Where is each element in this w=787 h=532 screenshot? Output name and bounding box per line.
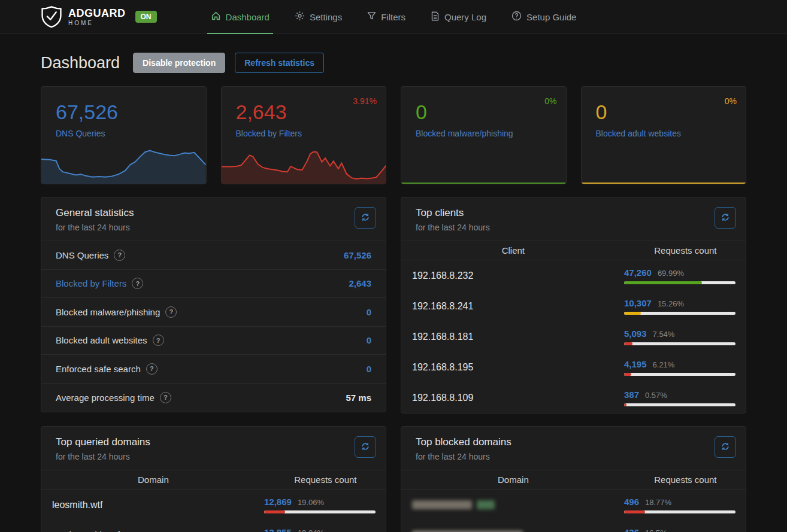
nav-label: Setup Guide [526, 12, 576, 22]
shield-check-icon [41, 5, 62, 28]
column-header[interactable]: Requests count [625, 475, 746, 485]
panel-subtitle: for the last 24 hours [416, 452, 731, 461]
help-tooltip-icon[interactable]: ? [153, 335, 164, 346]
help-tooltip-icon[interactable]: ? [165, 306, 177, 318]
help-tooltip-icon[interactable]: ? [160, 392, 171, 403]
general-statistics-panel: General statistics for the last 24 hours… [41, 197, 386, 412]
table-row[interactable]: 49618.77% [401, 490, 746, 520]
nav-item-setup-guide[interactable]: Setup Guide [503, 0, 585, 34]
card-label[interactable]: Blocked malware/phishing [416, 129, 552, 138]
row-name: 192.168.8.109 [412, 393, 624, 403]
row-name: leosmith.wtf [52, 500, 264, 510]
column-header[interactable]: Requests count [265, 475, 386, 485]
help-tooltip-icon[interactable]: ? [132, 278, 143, 289]
table-row[interactable]: 192.168.8.1093870.57% [401, 382, 746, 413]
stat-row-label: Blocked malware/phishing? [56, 306, 177, 318]
table-header-row: ClientRequests count [401, 241, 746, 260]
table-row[interactable]: 43616.5% [401, 520, 746, 532]
nav-item-dashboard[interactable]: Dashboard [202, 0, 278, 34]
card-label[interactable]: Blocked adult websites [596, 129, 732, 138]
row-name-text: 192.168.8.109 [412, 393, 473, 403]
protection-on-badge: ON [135, 11, 157, 23]
row-name: 192.168.8.241 [412, 301, 624, 312]
requests-count: 436 [624, 527, 639, 532]
top-blocked-domains-header: Top blocked domains for the last 24 hour… [401, 427, 746, 470]
requests-percent: 6.21% [653, 360, 675, 369]
refresh-panel-button[interactable] [715, 207, 736, 229]
refresh-icon [721, 442, 730, 453]
row-name: 192.168.8.195 [412, 362, 624, 373]
filter-icon [367, 11, 376, 22]
stat-row-label: Average processing time? [56, 392, 171, 403]
nav-item-query-log[interactable]: Query Log [422, 0, 495, 34]
row-metric: 12,85519.04% [264, 527, 376, 532]
requests-count: 4,195 [624, 359, 647, 369]
card-label[interactable]: DNS Queries [56, 129, 192, 138]
nav-label: Filters [381, 12, 405, 22]
requests-percent: 19.06% [298, 498, 324, 507]
row-metric: 5,0937.54% [624, 329, 735, 345]
table-row[interactable]: 192.168.8.1815,0937.54% [401, 321, 746, 352]
row-metric: 3870.57% [624, 390, 735, 406]
top-clients-panel: Top clients for the last 24 hours Client… [401, 197, 746, 414]
card-value: 0 [596, 101, 732, 123]
stat-row-label: Enforced safe search? [56, 363, 158, 375]
column-header[interactable]: Domain [401, 475, 625, 485]
requests-count: 47,260 [624, 267, 652, 278]
help-tooltip-icon[interactable]: ? [146, 363, 158, 375]
table-row[interactable]: xss.leosmith.wtf12,85519.04% [41, 520, 386, 532]
stat-row-label[interactable]: Blocked by Filters? [56, 278, 143, 289]
progress-bar [624, 281, 735, 284]
row-name-text: xss.leosmith.wtf [52, 530, 120, 532]
top-navigation-bar: ADGUARD HOME ON Dashboard Settings Filte… [0, 0, 787, 34]
panel-subtitle: for the last 24 hours [56, 223, 371, 232]
table-row[interactable]: 192.168.8.24110,30715.26% [401, 291, 746, 321]
disable-protection-button[interactable]: Disable protection [133, 53, 225, 73]
panel-title: Top blocked domains [416, 436, 731, 448]
document-icon [431, 11, 440, 23]
column-header[interactable]: Requests count [625, 245, 746, 256]
gear-icon [295, 11, 305, 23]
general-statistics-header: General statistics for the last 24 hours [41, 197, 386, 241]
card-sparkline-chart [41, 144, 206, 184]
stat-row-value: 2,643 [349, 278, 371, 288]
page-title: Dashboard [41, 54, 120, 72]
card-percent: 0% [544, 96, 556, 106]
stat-label-text: Average processing time [56, 393, 155, 403]
statistics-rows: DNS Queries?67,526Blocked by Filters?2,6… [41, 241, 386, 412]
row-name [412, 500, 624, 509]
stat-row-value: 0 [367, 364, 371, 374]
adguard-home-logo: ADGUARD HOME ON [41, 5, 157, 28]
progress-bar [624, 373, 735, 376]
refresh-panel-button[interactable] [355, 207, 376, 229]
refresh-panel-button[interactable] [355, 436, 376, 458]
stat-row-value: 67,526 [344, 250, 371, 260]
card-label[interactable]: Blocked by Filters [236, 129, 372, 138]
stat-row-label: DNS Queries? [56, 250, 125, 261]
nav-label: Dashboard [226, 12, 270, 22]
table-header-row: DomainRequests count [41, 470, 386, 490]
stat-row-average-processing-time: Average processing time?57 ms [41, 384, 386, 412]
help-tooltip-icon[interactable]: ? [114, 250, 125, 261]
row-name-text: 192.168.8.195 [412, 362, 473, 373]
column-header[interactable]: Domain [41, 475, 265, 485]
stat-row-blocked-adult-websites: Blocked adult websites?0 [41, 327, 386, 355]
stat-row-dns-queries: DNS Queries?67,526 [41, 241, 386, 270]
nav-label: Query Log [444, 12, 486, 22]
requests-percent: 18.77% [645, 498, 671, 507]
help-icon [511, 11, 522, 23]
requests-percent: 16.5% [645, 528, 667, 532]
card-percent: 0% [725, 96, 737, 106]
nav-item-filters[interactable]: Filters [359, 0, 414, 34]
table-row[interactable]: 192.168.8.1954,1956.21% [401, 352, 746, 382]
column-header[interactable]: Client [401, 245, 625, 256]
table-row[interactable]: 192.168.8.23247,26069.99% [401, 260, 746, 291]
top-clients-header: Top clients for the last 24 hours [401, 197, 746, 241]
stat-row-value: 57 ms [346, 393, 371, 403]
nav-item-settings[interactable]: Settings [286, 0, 350, 34]
table-row[interactable]: leosmith.wtf12,86919.06% [41, 490, 386, 520]
refresh-statistics-button[interactable]: Refresh statistics [235, 53, 324, 73]
row-name-text: 192.168.8.241 [412, 301, 473, 312]
refresh-panel-button[interactable] [715, 436, 736, 458]
row-name-text: 192.168.8.181 [412, 332, 473, 342]
